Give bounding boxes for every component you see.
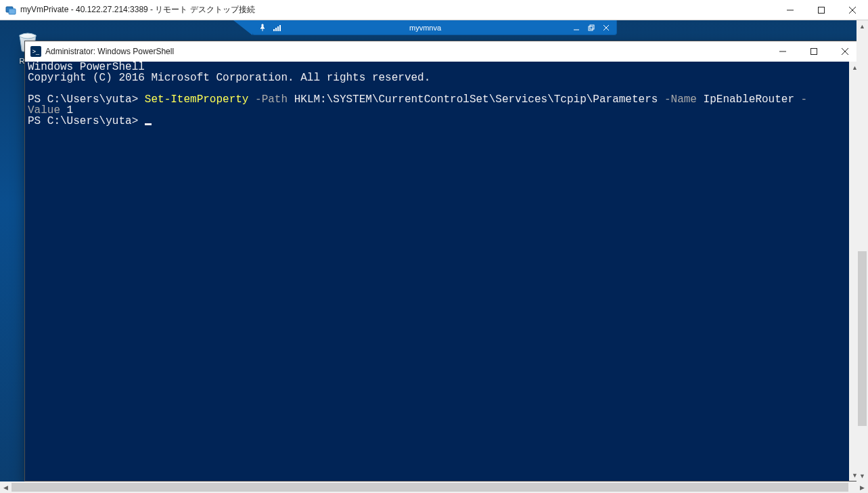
outer-scroll-up[interactable]: ▲ [856,20,868,32]
powershell-titlebar[interactable]: >_ Administrator: Windows PowerShell [25,41,861,62]
svg-rect-3 [273,29,275,31]
powershell-icon: >_ [30,46,41,57]
outer-hscroll-thumb[interactable] [12,483,848,492]
ps-maximize-button[interactable] [798,41,829,62]
inner-rdp-connection-bar[interactable]: myvmnva [252,20,617,35]
inner-rdp-host-label: myvmnva [282,24,569,32]
rdp-titlebar: myVmPrivate - 40.122.27.214:3389 - リモート … [0,0,868,20]
powershell-console[interactable]: Windows PowerShell Copyright (C) 2016 Mi… [25,62,849,481]
maximize-button[interactable] [806,0,837,20]
ps-minimize-button[interactable] [767,41,798,62]
outer-vertical-scrollbar[interactable]: ▲ ▼ [856,20,868,481]
minimize-button[interactable] [775,0,806,20]
svg-rect-9 [811,49,817,55]
ps-cmdlet: Set-ItemProperty [145,93,249,106]
signal-icon [273,23,282,33]
outer-hscroll-track[interactable] [12,481,856,493]
outer-scroll-left[interactable]: ◀ [0,481,12,493]
ps-wrap-tail: - [794,93,807,106]
outer-scroll-down[interactable]: ▼ [856,470,868,481]
remote-desktop: Recy myvmnva [0,20,868,481]
svg-rect-8 [590,25,594,29]
ps-flag-name: -Name [658,93,703,106]
powershell-window: >_ Administrator: Windows PowerShell Win… [24,41,861,481]
rdp-icon [5,5,16,16]
inner-minimize-button[interactable] [569,22,584,34]
outer-vscroll-thumb[interactable] [858,251,867,427]
ps-banner-2: Copyright (C) 2016 Microsoft Corporation… [28,72,430,84]
ps-prompt-2: PS C:\Users\yuta> [28,115,145,127]
ps-arg-path: HKLM:\SYSTEM\CurrentControlSet\Services\… [294,93,658,106]
pin-icon[interactable] [258,23,267,33]
rdp-title-text: myVmPrivate - 40.122.27.214:3389 - リモート … [20,4,255,16]
svg-rect-7 [589,26,593,30]
svg-rect-1 [9,9,16,14]
powershell-title-text: Administrator: Windows PowerShell [45,47,174,56]
inner-close-button[interactable] [599,22,614,34]
powershell-body: Windows PowerShell Copyright (C) 2016 Mi… [25,62,861,481]
outer-scroll-right[interactable]: ▶ [856,481,868,493]
ps-arg-name: IpEnableRouter [704,93,794,106]
outer-vscroll-track[interactable] [856,32,868,470]
rdp-window-controls [775,0,868,20]
close-button[interactable] [837,0,868,20]
svg-rect-2 [819,7,825,14]
svg-rect-4 [275,28,277,31]
svg-rect-5 [277,26,279,31]
svg-rect-6 [279,25,281,31]
outer-horizontal-scrollbar[interactable]: ◀ ▶ [0,481,868,493]
ps-flag-path: -Path [248,93,294,106]
inner-restore-button[interactable] [584,22,599,34]
cursor [145,123,152,125]
